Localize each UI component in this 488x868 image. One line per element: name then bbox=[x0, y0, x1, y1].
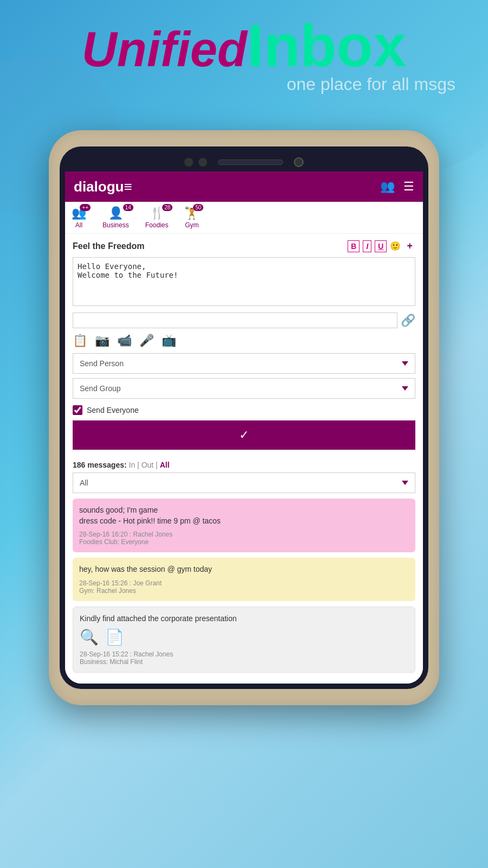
group-icon[interactable]: 👥 bbox=[380, 180, 395, 194]
message-date-1: 28-Sep-16 bbox=[79, 531, 110, 538]
phone-top-bar bbox=[65, 152, 423, 171]
link-input-row: 🔗 bbox=[73, 312, 415, 328]
send-person-dropdown[interactable]: Send Person bbox=[73, 353, 415, 374]
messages-header: 186 messages: In | Out | All bbox=[73, 461, 415, 469]
camera-button[interactable]: 📷 bbox=[95, 334, 110, 348]
send-person-row: Send Person Send Group bbox=[73, 353, 415, 403]
message-meta-1: 28-Sep-16 16:20 : Rachel Jones Foodies C… bbox=[79, 531, 409, 546]
link-input[interactable] bbox=[73, 312, 397, 328]
attachment-search-icon[interactable]: 🔍 bbox=[80, 628, 99, 646]
all-tab-label: All bbox=[75, 221, 82, 229]
message-group-2: Gym: Rachel Jones bbox=[79, 587, 136, 595]
front-camera bbox=[294, 157, 304, 167]
foodies-tab-label: Foodies bbox=[145, 221, 169, 229]
message-time-1: 16:20 : Rachel Jones bbox=[111, 531, 172, 538]
app-logo: dialogu≡ bbox=[74, 178, 132, 195]
format-buttons: B I U 🙂 + bbox=[348, 239, 415, 253]
send-everyone-checkbox[interactable] bbox=[73, 405, 82, 415]
filter-out-link[interactable]: Out bbox=[142, 461, 156, 469]
phone-screen-outer: dialogu≡ 👥 ☰ 👥 ++ All 👤 14 Business bbox=[60, 146, 428, 689]
bold-button[interactable]: B bbox=[348, 240, 359, 252]
filter-dropdown[interactable]: All bbox=[73, 473, 415, 493]
filter-separator-1: | bbox=[137, 461, 139, 469]
message-group-1: Foodies Club: Everyone bbox=[79, 538, 149, 546]
message-group-3: Business: Michal Flint bbox=[80, 658, 143, 666]
message-attachments-3: 🔍 📄 bbox=[80, 628, 408, 646]
message-meta-2: 28-Sep-16 15:26 : Joe Grant Gym: Rachel … bbox=[79, 579, 409, 595]
tab-foodies[interactable]: 🍴 28 Foodies bbox=[145, 206, 169, 229]
message-card-2[interactable]: hey, how was the session @ gym today 28-… bbox=[73, 558, 415, 601]
header-area: UnifiedInbox one place for all msgs bbox=[0, 11, 488, 94]
menu-icon[interactable]: ☰ bbox=[403, 180, 414, 194]
add-format-button[interactable]: + bbox=[404, 239, 415, 253]
messages-section: 186 messages: In | Out | All All sounds … bbox=[65, 455, 423, 684]
business-badge: 14 bbox=[123, 204, 133, 211]
send-everyone-label: Send Everyone bbox=[87, 406, 139, 414]
message-input[interactable]: Hello Everyone, Welcome to the Future! bbox=[73, 257, 415, 306]
phone-speaker bbox=[218, 159, 283, 165]
clipboard-button[interactable]: 📋 bbox=[73, 334, 87, 348]
italic-button[interactable]: I bbox=[363, 240, 371, 252]
message-time-3: 15:22 : Rachel Jones bbox=[112, 650, 173, 658]
foodies-badge: 28 bbox=[162, 204, 172, 211]
business-tab-label: Business bbox=[102, 221, 129, 229]
filter-separator-2: | bbox=[156, 461, 158, 469]
all-badge: ++ bbox=[80, 204, 91, 211]
gym-tab-label: Gym bbox=[185, 221, 198, 229]
send-checkmark-icon: ✓ bbox=[239, 428, 249, 442]
mic-button[interactable]: 🎤 bbox=[139, 334, 154, 348]
business-tab-icon: 👤 bbox=[108, 206, 123, 220]
nav-tabs: 👥 ++ All 👤 14 Business 🍴 28 Foodies 🏋 50 bbox=[65, 202, 423, 234]
app-screen: dialogu≡ 👥 ☰ 👥 ++ All 👤 14 Business bbox=[65, 171, 423, 684]
compose-title: Feel the Freedom bbox=[73, 241, 144, 251]
send-everyone-row: Send Everyone bbox=[73, 405, 415, 415]
filter-all-link[interactable]: All bbox=[160, 461, 170, 469]
message-card-3[interactable]: Kindly find attached the corporate prese… bbox=[73, 607, 415, 673]
camera-dot-right bbox=[198, 158, 207, 167]
gym-badge: 50 bbox=[193, 204, 203, 211]
compose-area: Feel the Freedom B I U 🙂 + Hello Everyon… bbox=[65, 234, 423, 455]
message-time-2: 15:26 : Joe Grant bbox=[111, 579, 162, 587]
tab-business[interactable]: 👤 14 Business bbox=[102, 206, 129, 229]
send-button[interactable]: ✓ bbox=[73, 420, 415, 450]
message-text-1: sounds good; I'm gamedress code - Hot pi… bbox=[79, 505, 409, 526]
app-logo-text: dialogu≡ bbox=[74, 178, 132, 195]
tab-all[interactable]: 👥 ++ All bbox=[72, 206, 86, 229]
app-header-icons: 👥 ☰ bbox=[380, 180, 414, 194]
send-group-dropdown[interactable]: Send Group bbox=[73, 378, 415, 399]
emoji-button[interactable]: 🙂 bbox=[390, 241, 401, 251]
phone-device: dialogu≡ 👥 ☰ 👥 ++ All 👤 14 Business bbox=[49, 130, 439, 705]
media-buttons: 📋 📷 📹 🎤 📺 bbox=[73, 334, 415, 348]
underline-button[interactable]: U bbox=[375, 240, 387, 252]
app-header: dialogu≡ 👥 ☰ bbox=[65, 171, 423, 202]
camera-dot-left bbox=[184, 158, 193, 167]
message-text-2: hey, how was the session @ gym today bbox=[79, 564, 409, 575]
tab-gym[interactable]: 🏋 50 Gym bbox=[184, 206, 199, 229]
attachment-file-icon[interactable]: 📄 bbox=[105, 628, 124, 646]
header-unified-text: Unified bbox=[82, 22, 247, 76]
message-date-2: 28-Sep-16 bbox=[79, 579, 110, 587]
message-count: 186 messages: bbox=[73, 461, 127, 469]
link-icon[interactable]: 🔗 bbox=[401, 314, 415, 328]
video-button[interactable]: 📹 bbox=[117, 334, 132, 348]
filter-in-link[interactable]: In bbox=[129, 461, 138, 469]
header-inbox-text: Inbox bbox=[247, 12, 406, 79]
compose-title-row: Feel the Freedom B I U 🙂 + bbox=[73, 239, 415, 253]
message-date-3: 28-Sep-16 bbox=[80, 650, 110, 658]
message-text-3: Kindly find attached the corporate prese… bbox=[80, 614, 408, 624]
message-meta-3: 28-Sep-16 15:22 : Rachel Jones Business:… bbox=[80, 650, 408, 666]
screen-button[interactable]: 📺 bbox=[162, 334, 176, 348]
message-card-1[interactable]: sounds good; I'm gamedress code - Hot pi… bbox=[73, 499, 415, 552]
